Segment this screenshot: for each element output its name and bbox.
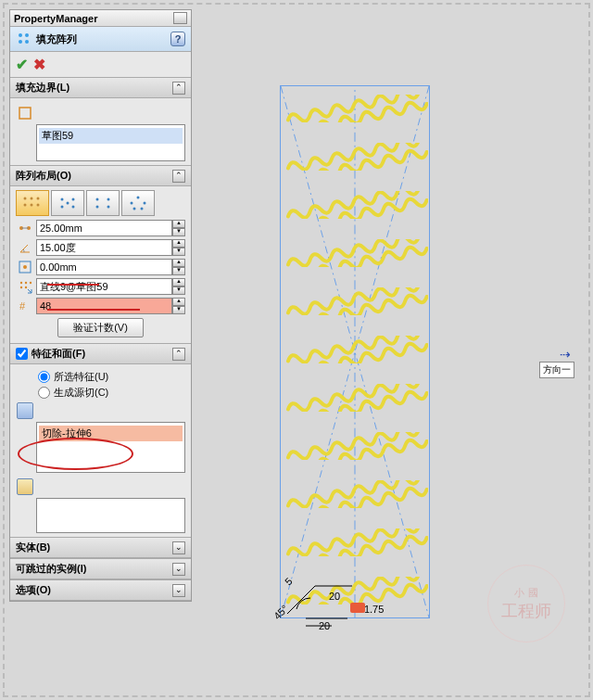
feature-select-icon [16, 402, 34, 419]
fill-pattern-icon [16, 31, 32, 47]
feature-title-bar: 填充阵列 ? [10, 27, 191, 52]
svg-point-24 [141, 208, 144, 210]
svg-point-23 [133, 208, 136, 210]
chevron-up-icon: ⌃ [172, 170, 185, 183]
angle-input[interactable] [36, 239, 172, 256]
svg-point-29 [23, 265, 27, 269]
svg-point-12 [61, 198, 64, 201]
svg-point-1 [25, 33, 29, 37]
svg-point-34 [25, 286, 27, 288]
svg-rect-4 [19, 108, 31, 119]
bodies-label: 实体(B) [16, 541, 172, 554]
angle-icon [16, 239, 34, 256]
spacing-spinner[interactable]: ▲▼ [172, 220, 185, 236]
help-button[interactable]: ? [170, 32, 185, 46]
feature-face-label: 特征和面(F) [32, 347, 172, 361]
svg-point-18 [96, 206, 99, 209]
feature-item[interactable]: 切除-拉伸6 [39, 426, 183, 441]
dim-angle: 45° [271, 603, 290, 621]
direction-icon [16, 278, 34, 295]
seed-cut-radio[interactable] [38, 387, 50, 399]
options-label: 选项(O) [16, 583, 172, 597]
count-input[interactable] [36, 298, 172, 314]
svg-point-22 [144, 202, 146, 205]
chevron-up-icon: ⌃ [172, 82, 185, 95]
layout-perforation-button[interactable] [16, 190, 49, 216]
dim-d1: 20 [329, 591, 340, 602]
boundary-select-icon [16, 105, 34, 121]
chevron-up-icon: ⌃ [172, 348, 185, 361]
face-select-icon [16, 478, 34, 495]
margin-input[interactable] [36, 259, 172, 275]
svg-point-15 [72, 206, 75, 209]
svg-point-33 [20, 286, 22, 288]
angle-spinner[interactable]: ▲▼ [172, 239, 185, 256]
boundary-label: 填充边界(L) [16, 81, 172, 95]
ok-button[interactable]: ✔ [16, 56, 28, 73]
count-icon: # [16, 298, 34, 314]
svg-point-2 [19, 40, 22, 44]
layout-type-buttons [16, 190, 185, 216]
options-section-header[interactable]: 选项(O) ⌄ [10, 579, 191, 601]
svg-point-6 [31, 197, 33, 200]
property-manager-panel: PropertyManager 填充阵列 ? ✔ ✖ 填充边界(L) ⌃ 草图5… [9, 9, 192, 602]
direction-arrow-icon: ⇢ [560, 347, 571, 362]
graphics-viewport[interactable]: // rows rendered below via JS after data… [195, 11, 582, 689]
svg-point-8 [24, 204, 27, 207]
feature-title: 填充阵列 [36, 32, 170, 46]
chevron-down-icon: ⌄ [172, 584, 185, 597]
svg-point-21 [131, 202, 133, 205]
layout-square-button[interactable] [86, 190, 120, 216]
spacing-icon [16, 220, 34, 236]
boundary-list[interactable]: 草图59 [36, 124, 185, 161]
pm-title: PropertyManager [14, 13, 171, 24]
face-list[interactable] [36, 498, 185, 533]
svg-point-32 [30, 282, 32, 284]
chevron-down-icon: ⌄ [172, 541, 185, 554]
layout-section-header[interactable]: 阵列布局(O) ⌃ [10, 165, 191, 186]
cancel-button[interactable]: ✖ [33, 56, 45, 73]
svg-point-20 [137, 197, 140, 199]
skip-section-header[interactable]: 可跳过的实例(I) ⌄ [10, 558, 191, 579]
svg-point-9 [31, 204, 33, 207]
feature-face-section-header[interactable]: 特征和面(F) ⌃ [10, 343, 191, 364]
spacing-input[interactable] [36, 220, 172, 236]
svg-point-16 [96, 198, 99, 201]
svg-point-30 [20, 282, 22, 284]
chevron-down-icon: ⌄ [172, 563, 185, 576]
watermark: 小 國 工程师 [487, 565, 565, 643]
svg-point-7 [37, 197, 40, 200]
feature-list[interactable]: 切除-拉伸6 [36, 422, 185, 473]
watermark-top: 小 國 [514, 586, 537, 600]
direction-input[interactable] [36, 278, 172, 295]
seed-cut-label: 生成源切(C) [54, 386, 108, 400]
svg-point-13 [72, 198, 75, 201]
direction-spinner[interactable]: ▲▼ [172, 278, 185, 295]
pin-icon[interactable] [173, 12, 187, 24]
svg-point-10 [37, 204, 40, 207]
verify-count-button[interactable]: 验证计数(V) [57, 318, 144, 337]
bodies-section-header[interactable]: 实体(B) ⌄ [10, 537, 191, 558]
dim-d2: 20 [319, 620, 330, 631]
layout-circular-button[interactable] [51, 190, 84, 216]
margin-icon [16, 259, 34, 275]
svg-rect-43 [350, 603, 365, 613]
svg-point-5 [24, 197, 27, 200]
svg-point-19 [107, 206, 110, 209]
watermark-bottom: 工程师 [501, 600, 551, 622]
svg-line-39 [287, 586, 315, 614]
svg-point-3 [25, 40, 29, 44]
feature-face-checkbox[interactable] [16, 348, 28, 360]
svg-point-11 [67, 202, 69, 205]
layout-label: 阵列布局(O) [16, 169, 172, 183]
layout-polygon-button[interactable] [121, 190, 155, 216]
selected-feature-radio[interactable] [38, 371, 50, 383]
selected-feature-label: 所选特征(U) [54, 370, 108, 384]
margin-spinner[interactable]: ▲▼ [172, 259, 185, 275]
svg-point-0 [19, 33, 22, 37]
boundary-item[interactable]: 草图59 [39, 128, 183, 144]
boundary-section-header[interactable]: 填充边界(L) ⌃ [10, 77, 191, 98]
svg-point-14 [61, 206, 64, 209]
direction-tag: 方向一 [539, 362, 574, 378]
count-spinner[interactable]: ▲▼ [172, 298, 185, 314]
